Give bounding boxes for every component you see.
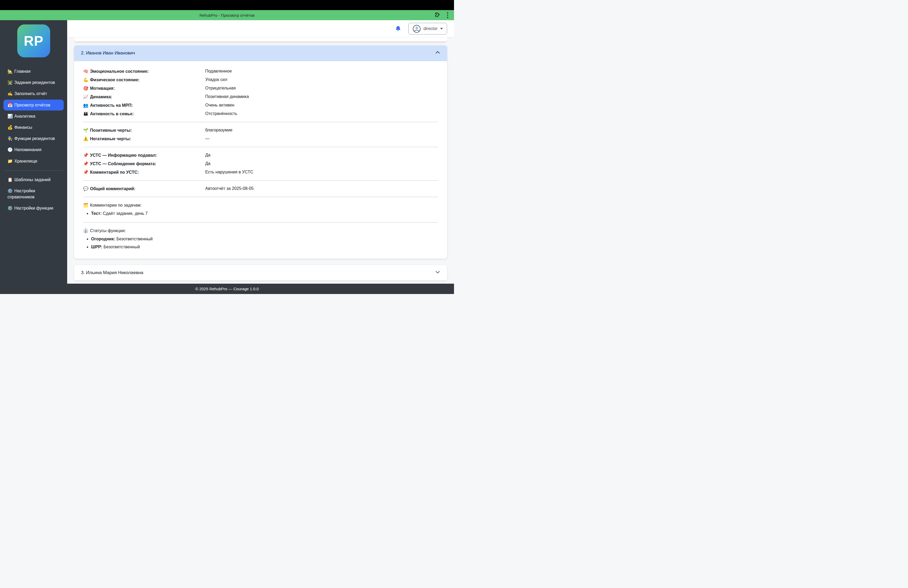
sidebar: RP 🏡Главная 👨‍🏫Задания резидентов ✍️Запо… [0, 20, 67, 284]
avatar [412, 25, 421, 33]
sidebar-divider [4, 171, 63, 171]
report-field-row: ⚠️Негативные черты: — [83, 136, 438, 141]
field-label: Эмоциональное состояние: [90, 69, 149, 74]
pushpin-emoji: 📌 [83, 161, 89, 166]
card-index-emoji: 🗂️ [83, 203, 89, 208]
sidebar-item-finance[interactable]: 💰Финансы [3, 122, 64, 133]
chart-up-emoji: 📈 [83, 95, 89, 99]
sidebar-item-view-reports[interactable]: 📅Просмотр отчётов [3, 100, 64, 111]
function-statuses-list: Огородник: Безответственный ШРР: Безотве… [85, 236, 438, 250]
field-label: Позитивные черты: [90, 128, 132, 132]
report-card-ivanov: 2. Иванов Иван Иванович 🧠Эмоциональное с… [74, 45, 447, 259]
busts-emoji: 👥 [83, 103, 89, 108]
field-value: Есть нарушения в УСТС [205, 170, 438, 175]
list-item: Тест: Сдаёт задание, день 7 [91, 210, 438, 217]
field-value: Да [205, 161, 438, 166]
sidebar-item-home[interactable]: 🏡Главная [3, 66, 64, 77]
report-field-row: 🌱Позитивные черты: благоразумие [83, 128, 438, 133]
field-value: Позитивная динамика [205, 94, 438, 99]
muscle-emoji: 💪 [83, 77, 89, 82]
topbar: director [67, 20, 454, 37]
pushpin-emoji: 📌 [83, 170, 89, 174]
extensions-puzzle-icon[interactable] [434, 12, 440, 19]
mechanic-emoji: 👨‍🔧 [7, 136, 13, 141]
field-value: благоразумие [205, 128, 438, 133]
section-divider [83, 147, 438, 147]
field-value: Отстранённость [205, 111, 438, 116]
caret-down-icon [440, 28, 443, 29]
sidebar-item-resident-tasks[interactable]: 👨‍🏫Задания резидентов [3, 77, 64, 88]
sidebar-item-fill-report[interactable]: ✍️Заполнить отчёт [3, 88, 64, 99]
report-card-header[interactable]: 2. Иванов Иван Иванович [74, 45, 447, 61]
teacher-emoji: 👨‍🏫 [7, 80, 13, 85]
report-field-row: 🎯Мотивация: Отрицательная [83, 86, 438, 91]
sidebar-item-task-templates[interactable]: 📋Шаблоны заданий [3, 174, 64, 185]
field-value: Очень активен [205, 103, 438, 108]
sidebar-item-analytics[interactable]: 📊Аналитика [3, 111, 64, 122]
field-label: Активность на МРП: [90, 103, 133, 108]
seedling-emoji: 🌱 [83, 128, 89, 132]
necktie-emoji: 👔 [83, 229, 89, 233]
browser-titlebar: RehubPro - Просмотр отчётов [0, 10, 454, 20]
user-label: director [423, 26, 438, 31]
calendar-emoji: 📅 [7, 103, 13, 107]
report-card-ilyina: 3. Ильина Мария Николаевна [74, 265, 447, 280]
previous-report-card-edge[interactable] [74, 37, 447, 42]
list-item: Огородник: Безответственный [91, 236, 438, 242]
browser-menu-kebab-icon[interactable] [447, 12, 448, 18]
clipboard-emoji: 📋 [7, 177, 13, 182]
sidebar-item-directory-settings[interactable]: ⚙️Настройки справочников [3, 185, 64, 202]
report-field-row: 📌Комментарий по УСТС: Есть нарушения в У… [83, 170, 438, 175]
reports-list: 2. Иванов Иван Иванович 🧠Эмоциональное с… [67, 37, 454, 284]
function-statuses-heading: 👔Статусы функции: [83, 228, 438, 233]
gear-emoji: ⚙️ [7, 188, 13, 193]
task-comments-heading: 🗂️Комментарии по задачам: [83, 203, 438, 208]
pushpin-emoji: 📌 [83, 153, 89, 158]
field-label: УСТС — Информацию подавал: [90, 153, 157, 158]
report-field-row: 👥Активность на МРП: Очень активен [83, 103, 438, 108]
app-logo: RP [17, 24, 50, 57]
user-menu-button[interactable]: director [408, 23, 447, 34]
report-field-row: 📌УСТС — Информацию подавал: Да [83, 153, 438, 158]
field-value: Да [205, 153, 438, 158]
gear-emoji: ⚙️ [7, 206, 13, 210]
folder-emoji: 📁 [7, 159, 13, 163]
list-item: ШРР: Безответственный [91, 244, 438, 250]
field-label: Комментарий по УСТС: [90, 170, 139, 174]
report-field-row: 👪Активность в семье: Отстранённость [83, 111, 438, 116]
field-label: Мотивация: [90, 86, 115, 90]
report-field-row: 📈Динамика: Позитивная динамика [83, 94, 438, 99]
warning-emoji: ⚠️ [83, 137, 89, 141]
footer-text: © 2025 RehubPro — Courage 1.0.0 [195, 287, 259, 291]
brain-emoji: 🧠 [83, 69, 89, 74]
report-field-row: 💪Физическое состояние: Упадок сил [83, 77, 438, 82]
sidebar-item-storage[interactable]: 📁Хранилище [3, 156, 64, 166]
task-comments-list: Тест: Сдаёт задание, день 7 [85, 210, 438, 217]
sidebar-item-reminders[interactable]: 🕐Напоминания [3, 144, 64, 155]
target-emoji: 🎯 [83, 86, 89, 90]
writing-hand-emoji: ✍️ [7, 91, 13, 96]
sidebar-item-function-settings[interactable]: ⚙️Настройки функции [3, 203, 64, 214]
field-label: Общий комментарий: [90, 187, 135, 191]
report-card-title: 2. Иванов Иван Иванович [81, 50, 135, 56]
field-label: УСТС — Соблюдение формата: [90, 161, 156, 166]
house-emoji: 🏡 [7, 69, 13, 74]
bar-chart-emoji: 📊 [7, 114, 13, 118]
field-label: Негативные черты: [90, 137, 131, 141]
report-field-row: 💬Общий комментарий: Автоотчёт за 2025-08… [83, 186, 438, 191]
report-field-row: 📌УСТС — Соблюдение формата: Да [83, 161, 438, 166]
field-value: Отрицательная [205, 86, 438, 91]
report-card-title: 3. Ильина Мария Николаевна [81, 270, 143, 275]
report-field-row: 🧠Эмоциональное состояние: Подавленное [83, 69, 438, 74]
section-divider [83, 122, 438, 122]
field-label: Динамика: [90, 95, 112, 99]
chevron-up-icon [435, 50, 440, 56]
notifications-bell-icon[interactable] [395, 26, 401, 32]
money-bag-emoji: 💰 [7, 125, 13, 130]
speech-balloon-emoji: 💬 [83, 187, 89, 191]
field-value: Автоотчёт за 2025-08-05 [205, 186, 438, 191]
family-emoji: 👪 [83, 111, 89, 116]
report-card-header[interactable]: 3. Ильина Мария Николаевна [74, 265, 447, 280]
sidebar-item-resident-functions[interactable]: 👨‍🔧Функции резидентов [3, 133, 64, 144]
chevron-down-icon [435, 269, 440, 276]
